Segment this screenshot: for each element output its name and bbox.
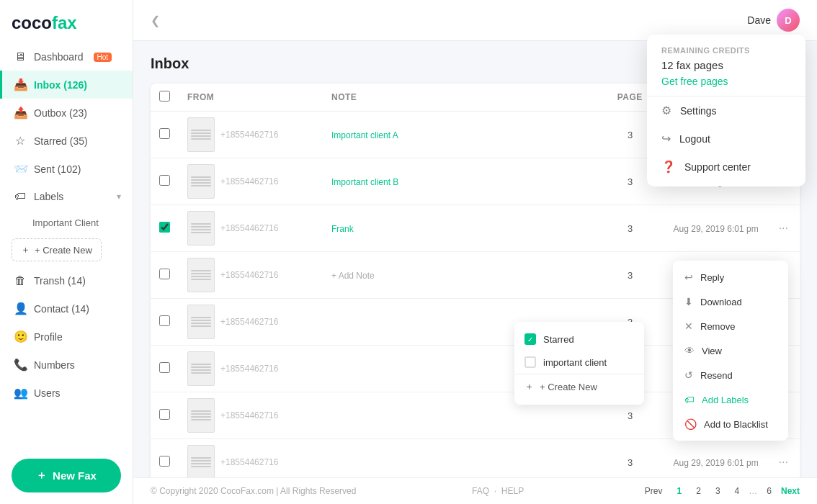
dropdown-settings[interactable]: ⚙ Settings xyxy=(647,96,805,125)
dropdown-item-label: Logout xyxy=(679,133,710,145)
row-from-cell: +18554462716 xyxy=(179,112,323,158)
create-new-label-button[interactable]: ＋ + Create New xyxy=(12,238,102,261)
faq-link[interactable]: FAQ xyxy=(472,486,489,496)
context-download[interactable]: ⬇ Download xyxy=(673,289,788,314)
collapse-button[interactable]: ❮ xyxy=(151,14,160,27)
new-fax-button[interactable]: ＋ New Fax xyxy=(12,459,121,492)
label-option-important[interactable]: important client xyxy=(514,351,644,374)
blacklist-icon: 🚫 xyxy=(684,418,697,430)
row-checkbox[interactable] xyxy=(159,175,170,186)
sidebar-item-label: Sent (102) xyxy=(34,163,81,175)
sidebar-item-inbox[interactable]: 📥 Inbox (126) xyxy=(0,71,133,99)
row-actions-button[interactable]: ··· xyxy=(776,453,791,471)
resend-icon: ↺ xyxy=(684,369,693,381)
add-note-button[interactable]: + Add Note xyxy=(331,271,375,281)
row-checkbox[interactable] xyxy=(159,456,170,467)
dashboard-icon: 🖥 xyxy=(14,50,27,63)
hot-badge: Hot xyxy=(94,53,112,62)
help-links: FAQ · HELP xyxy=(472,486,524,496)
select-all-checkbox[interactable] xyxy=(159,91,170,102)
new-fax-label: New Fax xyxy=(53,469,97,482)
plus-icon: ＋ xyxy=(524,380,534,393)
label-create-label: + Create New xyxy=(540,382,597,392)
logo: cocofax xyxy=(0,0,133,43)
sidebar-item-labels[interactable]: 🏷 Labels ▾ xyxy=(0,183,133,210)
context-view[interactable]: 👁 View xyxy=(673,338,788,363)
pagination-page-3[interactable]: 3 xyxy=(710,484,726,498)
context-item-label: Reply xyxy=(700,272,724,283)
sidebar-item-sent[interactable]: 📨 Sent (102) xyxy=(0,155,133,183)
from-info: +18554462716 xyxy=(187,398,314,433)
outbox-icon: 📤 xyxy=(14,106,27,120)
row-checkbox[interactable] xyxy=(159,128,170,139)
context-item-label: Resend xyxy=(700,370,733,381)
from-number: +18554462716 xyxy=(220,270,278,280)
context-resend[interactable]: ↺ Resend xyxy=(673,363,788,387)
sidebar-item-contact[interactable]: 👤 Contact (14) xyxy=(0,294,133,323)
context-add-labels[interactable]: 🏷 Add Labels xyxy=(673,387,788,412)
label-create-new[interactable]: ＋ + Create New xyxy=(514,374,644,399)
pagination-page-4[interactable]: 4 xyxy=(730,484,745,498)
logout-icon: ↪ xyxy=(661,132,671,145)
row-page-cell: 3 xyxy=(609,205,652,252)
row-checkbox-cell xyxy=(151,299,179,346)
plus-icon: ＋ xyxy=(36,469,47,482)
free-pages-link[interactable]: Get free pages xyxy=(661,76,791,87)
context-reply[interactable]: ↩ Reply xyxy=(673,265,788,289)
from-number: +18554462716 xyxy=(220,457,278,467)
row-checkbox[interactable] xyxy=(159,362,170,373)
sidebar-item-profile[interactable]: 🙂 Profile xyxy=(0,323,133,351)
page-number: 3 xyxy=(628,457,633,468)
page-number: 3 xyxy=(628,223,633,234)
sidebar-item-outbox[interactable]: 📤 Outbox (23) xyxy=(0,99,133,127)
row-checkbox[interactable] xyxy=(159,269,170,279)
row-note-cell xyxy=(323,439,609,478)
page-number: 3 xyxy=(628,410,633,421)
pagination-next[interactable]: Next xyxy=(781,486,800,496)
context-remove[interactable]: ✕ Remove xyxy=(673,314,788,338)
note-tag: Important client B xyxy=(331,177,398,187)
row-note-cell: Frank xyxy=(323,205,609,252)
context-blacklist[interactable]: 🚫 Add to Blacklist xyxy=(673,412,788,436)
page-number: 3 xyxy=(628,130,633,140)
from-info: +18554462716 xyxy=(187,258,314,292)
row-checkbox[interactable] xyxy=(159,222,170,233)
note-tag: Frank xyxy=(331,224,354,234)
label-check-important xyxy=(524,356,536,368)
row-checkbox[interactable] xyxy=(159,315,170,326)
pagination-page-2[interactable]: 2 xyxy=(691,484,706,498)
row-checkbox[interactable] xyxy=(159,409,170,420)
from-number: +18554462716 xyxy=(220,364,278,374)
context-item-label: Remove xyxy=(700,321,735,332)
col-page[interactable]: PAGE xyxy=(609,84,652,112)
sidebar-item-starred[interactable]: ☆ Starred (35) xyxy=(0,127,133,155)
row-from-cell: +18554462716 xyxy=(179,299,323,346)
help-link[interactable]: HELP xyxy=(501,486,524,496)
logo-coco: coco xyxy=(12,13,52,32)
sidebar-item-users[interactable]: 👥 Users xyxy=(0,379,133,407)
dropdown-support[interactable]: ❓ Support center xyxy=(647,153,805,181)
sidebar-item-trash[interactable]: 🗑 Transh (14) xyxy=(0,267,133,294)
pagination-prev[interactable]: Prev xyxy=(640,484,668,498)
pagination-page-6[interactable]: 6 xyxy=(762,484,777,498)
label-option-label: Starred xyxy=(543,334,574,345)
sidebar-item-important-client[interactable]: Important Client xyxy=(0,210,133,235)
sidebar-item-label: Numbers xyxy=(34,359,75,371)
pagination-page-1[interactable]: 1 xyxy=(672,484,687,498)
sidebar-item-label: Contact (14) xyxy=(34,303,89,315)
sidebar-item-numbers[interactable]: 📞 Numbers xyxy=(0,351,133,379)
row-actions-button[interactable]: ··· xyxy=(776,219,791,237)
sidebar-item-label: Transh (14) xyxy=(34,275,86,287)
col-check xyxy=(151,84,179,112)
user-area[interactable]: Dave D xyxy=(747,9,800,32)
table-row: +18554462716 Frank 3 Aug 29, 2019 6:01 p… xyxy=(151,205,800,252)
support-icon: ❓ xyxy=(661,160,676,174)
row-checkbox-cell xyxy=(151,112,179,158)
col-from[interactable]: FROM xyxy=(179,84,323,112)
sidebar-item-dashboard[interactable]: 🖥 Dashboard Hot xyxy=(0,43,133,71)
dropdown-logout[interactable]: ↪ Logout xyxy=(647,125,805,153)
pagination: Prev 1 2 3 4 … 6 Next xyxy=(640,484,800,498)
sidebar-item-label: Profile xyxy=(34,331,63,343)
label-check-starred: ✓ xyxy=(524,333,536,345)
label-option-starred[interactable]: ✓ Starred xyxy=(514,328,644,351)
